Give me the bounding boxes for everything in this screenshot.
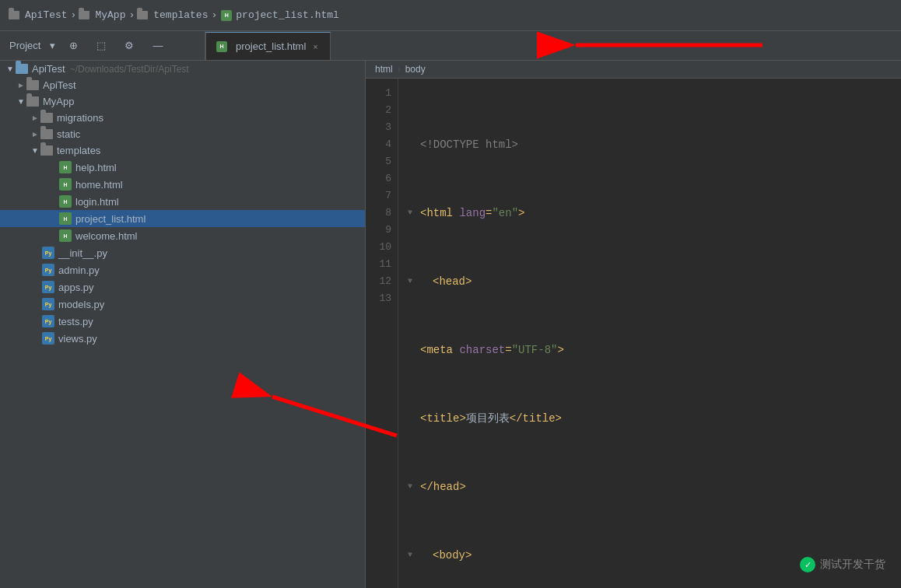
tests-py-icon: Py [42, 315, 54, 327]
project-list-label: project_list.html [75, 213, 145, 225]
breadcrumb-body-nav: body [405, 64, 426, 75]
sidebar-item-apitest[interactable]: ► ApiTest [0, 77, 365, 93]
myapp-folder-icon [26, 96, 39, 107]
code-editor[interactable]: html › body 1 2 3 4 5 6 7 8 9 10 11 12 [366, 61, 901, 588]
code-content[interactable]: <!DOCTYPE html> ▼<html lang="en"> ▼ <hea… [398, 79, 564, 588]
templates-folder-icon [40, 145, 53, 156]
sidebar-item-home[interactable]: H home.html [0, 176, 365, 193]
root-label: ApiTest [32, 63, 65, 75]
watermark: ✓ 测试开发干货 [800, 557, 885, 572]
breadcrumb-sep-2: › [128, 9, 135, 21]
l7-body-open: <body> [433, 547, 472, 564]
templates-label: templates [57, 145, 100, 156]
l2-html-close-bracket: > [518, 205, 524, 222]
code-line-6: ▼</head> [408, 478, 564, 495]
layout-button[interactable]: ⬚ [92, 37, 110, 54]
line-num-10: 10 [373, 239, 391, 256]
l2-lang-val: "en" [492, 205, 518, 222]
minus-button[interactable]: — [148, 37, 167, 54]
l3-fold[interactable]: ▼ [408, 273, 417, 290]
l2-lang-attr: lang [459, 205, 486, 222]
apps-py-icon: Py [42, 281, 54, 293]
active-tab[interactable]: H project_list.html × [205, 32, 331, 60]
code-line-7: ▼ <body> [408, 547, 564, 564]
root-arrow: ▼ [5, 65, 16, 73]
models-label: models.py [58, 299, 104, 310]
templates-arrow: ▼ [30, 146, 40, 155]
l7-fold[interactable]: ▼ [408, 547, 417, 564]
root-path: ~/Downloads/TestDir/ApiTest [70, 64, 189, 75]
breadcrumb-apitest[interactable]: ApiTest [25, 9, 68, 21]
sidebar-item-project-list[interactable]: H project_list.html [0, 210, 365, 227]
apps-label: apps.py [58, 282, 94, 293]
l2-html-open: <html [420, 205, 459, 222]
tree-root[interactable]: ▼ ApiTest ~/Downloads/TestDir/ApiTest [0, 61, 365, 77]
tests-label: tests.py [58, 316, 93, 327]
sidebar-item-apps[interactable]: Py apps.py [0, 278, 365, 296]
tab-close-button[interactable]: × [310, 41, 320, 52]
line-num-7: 7 [373, 187, 391, 205]
sidebar-item-tests[interactable]: Py tests.py [0, 313, 365, 330]
line-num-9: 9 [373, 222, 391, 239]
add-icon: ⊕ [69, 40, 78, 51]
l2-fold[interactable]: ▼ [408, 205, 417, 222]
l5-title-text: 项目列表 [466, 410, 510, 427]
sidebar-item-welcome[interactable]: H welcome.html [0, 227, 365, 244]
code-line-4: <meta charset="UTF-8"> [408, 341, 564, 359]
templates-folder-icon [138, 9, 150, 22]
project-folder-icon [9, 9, 22, 22]
sidebar-item-admin[interactable]: Py admin.py [0, 261, 365, 278]
l4-eq: = [505, 341, 511, 359]
home-html-icon: H [59, 178, 72, 191]
sidebar-item-init[interactable]: Py __init__.py [0, 244, 365, 261]
login-label: login.html [75, 196, 119, 208]
sidebar-item-static[interactable]: ► static [0, 126, 365, 142]
add-button[interactable]: ⊕ [65, 37, 82, 54]
sidebar-item-migrations[interactable]: ► migrations [0, 110, 365, 126]
l1-nofold [408, 136, 420, 153]
migrations-arrow: ► [30, 114, 40, 122]
home-label: home.html [75, 179, 123, 191]
l4-meta-close: > [557, 341, 563, 359]
breadcrumb-myapp[interactable]: MyApp [95, 9, 125, 21]
line-num-11: 11 [373, 256, 391, 273]
code-line-5: <title>项目列表</title> [408, 410, 564, 427]
l5-title-open: <title> [420, 410, 466, 427]
sidebar-item-templates[interactable]: ▼ templates [0, 142, 365, 159]
l6-fold[interactable]: ▼ [408, 478, 417, 495]
sidebar-item-login[interactable]: H login.html [0, 193, 365, 210]
l6-head-close: </head> [420, 478, 466, 495]
watermark-text: 测试开发干货 [820, 558, 885, 572]
code-line-1: <!DOCTYPE html> [408, 136, 564, 153]
project-list-html-icon: H [59, 212, 72, 225]
l3-head-open: <head> [433, 273, 472, 290]
init-py-icon: Py [42, 247, 54, 259]
tab-html-icon: H [216, 40, 228, 53]
file-tree: ▼ ApiTest ~/Downloads/TestDir/ApiTest ► … [0, 61, 366, 588]
sidebar-item-views[interactable]: Py views.py [0, 330, 365, 347]
line-num-12: 12 [373, 273, 391, 290]
migrations-folder-icon [40, 113, 53, 123]
sidebar-item-help[interactable]: H help.html [0, 159, 365, 176]
sidebar-item-myapp[interactable]: ▼ MyApp [0, 93, 365, 110]
minus-icon: — [153, 40, 163, 51]
l4-meta-open: <meta [420, 341, 459, 359]
line-num-13: 13 [373, 290, 391, 307]
settings-button[interactable]: ⚙ [120, 37, 138, 54]
tab-bar: Project ▾ ⊕ ⬚ ⚙ — H project_list.html × [0, 31, 901, 61]
views-py-icon: Py [42, 332, 54, 345]
line-num-5: 5 [373, 153, 391, 170]
l1-doctype: <!DOCTYPE html> [420, 136, 518, 153]
admin-py-icon: Py [42, 264, 54, 276]
l3-indent [420, 273, 433, 290]
static-arrow: ► [30, 130, 40, 138]
l5-nofold [408, 410, 420, 427]
breadcrumb-templates[interactable]: templates [153, 9, 208, 21]
breadcrumb-file[interactable]: project_list.html [236, 9, 339, 21]
myapp-folder-icon [79, 9, 92, 22]
myapp-arrow: ▼ [16, 97, 26, 106]
sidebar-item-models[interactable]: Py models.py [0, 296, 365, 313]
help-html-icon: H [59, 161, 72, 173]
dropdown-arrow[interactable]: ▾ [50, 40, 55, 51]
line-num-1: 1 [373, 85, 391, 102]
